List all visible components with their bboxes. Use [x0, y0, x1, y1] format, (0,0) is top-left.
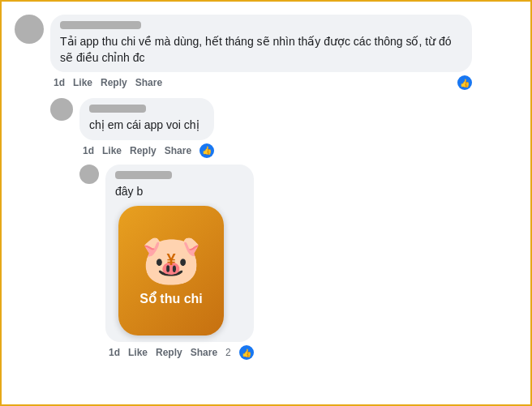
reply-2-avatar [79, 165, 99, 184]
avatar [15, 15, 44, 44]
reply-1-content: chị em cái app voi chị 1d Like Reply Sha… [79, 98, 214, 158]
reply-1: chị em cái app voi chị 1d Like Reply Sha… [50, 98, 517, 158]
reply-2-reply[interactable]: Reply [156, 347, 182, 358]
reply-2-text: đây b [115, 185, 143, 198]
comment-content: Tải app thu chi về mà dùng, hết tháng sẽ… [50, 15, 472, 90]
reply-1-time: 1d [83, 145, 94, 156]
reply-2-share[interactable]: Share [191, 347, 217, 358]
like-icon: 👍 [457, 75, 472, 90]
reply-1-like-icon: 👍 [200, 143, 214, 158]
reply-2-content: đây b 🐷 ¥ Sổ thu chi 1d [105, 165, 254, 361]
reply-1-like[interactable]: Like [102, 145, 122, 156]
app-card[interactable]: 🐷 ¥ Sổ thu chi [118, 206, 224, 335]
share-button[interactable]: Share [135, 77, 162, 88]
reply-1-share[interactable]: Share [165, 145, 191, 156]
app-name: Sổ thu chi [139, 291, 203, 306]
reply-2-actions: 1d Like Reply Share 2 👍 [105, 345, 254, 360]
yen-on-pig: ¥ [166, 250, 175, 269]
username-bar [60, 21, 141, 29]
reply-2-like[interactable]: Like [128, 347, 148, 358]
reply-1-actions: 1d Like Reply Share 👍 [79, 143, 214, 158]
reply-1-username-bar [89, 105, 146, 113]
comment-bubble: Tải app thu chi về mà dùng, hết tháng sẽ… [50, 15, 472, 72]
top-comment: Tải app thu chi về mà dùng, hết tháng sẽ… [15, 15, 517, 90]
comment-actions: 1d Like Reply Share 👍 [50, 75, 472, 90]
replies-level-1: chị em cái app voi chị 1d Like Reply Sha… [50, 98, 517, 360]
reply-2-like-count: 2 [225, 347, 231, 358]
reply-2-time: 1d [109, 347, 120, 358]
reply-1-text: chị em cái app voi chị [89, 118, 200, 131]
like-button[interactable]: Like [73, 77, 92, 88]
comment-text: Tải app thu chi về mà dùng, hết tháng sẽ… [60, 35, 452, 64]
reply-2: đây b 🐷 ¥ Sổ thu chi 1d [79, 165, 517, 361]
comment-thread: Tải app thu chi về mà dùng, hết tháng sẽ… [15, 15, 517, 360]
main-container: Tải app thu chi về mà dùng, hết tháng sẽ… [0, 0, 532, 406]
reply-2-like-icon: 👍 [239, 345, 254, 360]
replies-level-2: đây b 🐷 ¥ Sổ thu chi 1d [79, 165, 517, 361]
reply-1-bubble: chị em cái app voi chị [79, 98, 214, 140]
reply-2-username-bar [115, 171, 172, 179]
time-label: 1d [54, 77, 65, 88]
reply-button[interactable]: Reply [101, 77, 127, 88]
reply-1-avatar [50, 98, 73, 121]
reply-2-bubble: đây b 🐷 ¥ Sổ thu chi [105, 165, 254, 343]
reply-1-reply[interactable]: Reply [130, 145, 157, 156]
